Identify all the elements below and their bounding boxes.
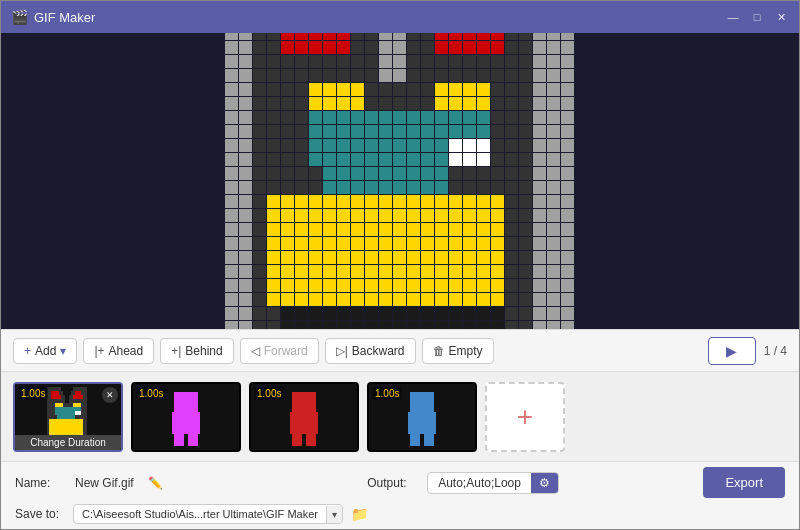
frame-item[interactable]: 1.00s: [249, 382, 359, 452]
name-label: Name:: [15, 476, 65, 490]
behind-icon: +|: [171, 344, 181, 358]
add-button[interactable]: + Add ▾: [13, 338, 77, 364]
window-title: GIF Maker: [34, 10, 725, 25]
behind-button[interactable]: +| Behind: [160, 338, 234, 364]
maximize-button[interactable]: □: [749, 9, 765, 25]
name-row: Name: New Gif.gif ✏️ Output: Auto;Auto;L…: [15, 467, 785, 498]
ahead-button[interactable]: |+ Ahead: [83, 338, 154, 364]
backward-label: Backward: [352, 344, 405, 358]
frames-strip: 1.00s ✕ Change Duration 1.00s 1.00s 1.00…: [1, 371, 799, 461]
add-frame-button[interactable]: +: [485, 382, 565, 452]
empty-label: Empty: [449, 344, 483, 358]
add-label: Add: [35, 344, 56, 358]
minimize-button[interactable]: —: [725, 9, 741, 25]
frame-duration: 1.00s: [254, 387, 284, 400]
toolbar: + Add ▾ |+ Ahead +| Behind ◁ Forward ▷| …: [1, 329, 799, 371]
save-path-box[interactable]: C:\Aiseesoft Studio\Ais...rter Ultimate\…: [73, 504, 343, 524]
folder-icon[interactable]: 📁: [351, 506, 368, 522]
bottom-bar: Name: New Gif.gif ✏️ Output: Auto;Auto;L…: [1, 461, 799, 529]
ahead-label: Ahead: [109, 344, 144, 358]
titlebar: 🎬 GIF Maker — □ ✕: [1, 1, 799, 33]
frame-item[interactable]: 1.00s ✕ Change Duration: [13, 382, 123, 452]
app-icon: 🎬: [11, 9, 28, 25]
frame-counter: 1 / 4: [764, 344, 787, 358]
backward-button[interactable]: ▷| Backward: [325, 338, 416, 364]
output-select[interactable]: Auto;Auto;Loop ⚙: [427, 472, 559, 494]
export-button[interactable]: Export: [703, 467, 785, 498]
forward-button[interactable]: ◁ Forward: [240, 338, 319, 364]
save-row: Save to: C:\Aiseesoft Studio\Ais...rter …: [15, 504, 785, 524]
close-button[interactable]: ✕: [773, 9, 789, 25]
gear-icon[interactable]: ⚙: [531, 473, 558, 493]
save-path: C:\Aiseesoft Studio\Ais...rter Ultimate\…: [74, 505, 326, 523]
output-label: Output:: [367, 476, 417, 490]
window-controls: — □ ✕: [725, 9, 789, 25]
frame-item[interactable]: 1.00s: [131, 382, 241, 452]
behind-label: Behind: [185, 344, 222, 358]
frame-duration: 1.00s: [136, 387, 166, 400]
dropdown-icon[interactable]: ▾: [326, 506, 342, 523]
frame-item[interactable]: 1.00s: [367, 382, 477, 452]
play-button[interactable]: ▶: [708, 337, 756, 365]
forward-label: Forward: [264, 344, 308, 358]
frame-close-button[interactable]: ✕: [102, 387, 118, 403]
output-value: Auto;Auto;Loop: [428, 473, 531, 493]
app-window: 🎬 GIF Maker — □ ✕ + Add ▾ |+ Ahead +| Be…: [0, 0, 800, 530]
empty-button[interactable]: 🗑 Empty: [422, 338, 494, 364]
ahead-icon: |+: [94, 344, 104, 358]
dropdown-icon: ▾: [60, 344, 66, 358]
forward-icon: ◁: [251, 344, 260, 358]
trash-icon: 🗑: [433, 344, 445, 358]
name-value: New Gif.gif: [75, 476, 134, 490]
edit-icon[interactable]: ✏️: [148, 476, 163, 490]
play-container: ▶ 1 / 4: [708, 337, 787, 365]
canvas-area: [1, 33, 799, 329]
frame-duration: 1.00s: [18, 387, 48, 400]
frame-duration: 1.00s: [372, 387, 402, 400]
save-label: Save to:: [15, 507, 65, 521]
backward-icon: ▷|: [336, 344, 348, 358]
frame-tooltip: Change Duration: [15, 435, 121, 450]
plus-icon: +: [24, 344, 31, 358]
